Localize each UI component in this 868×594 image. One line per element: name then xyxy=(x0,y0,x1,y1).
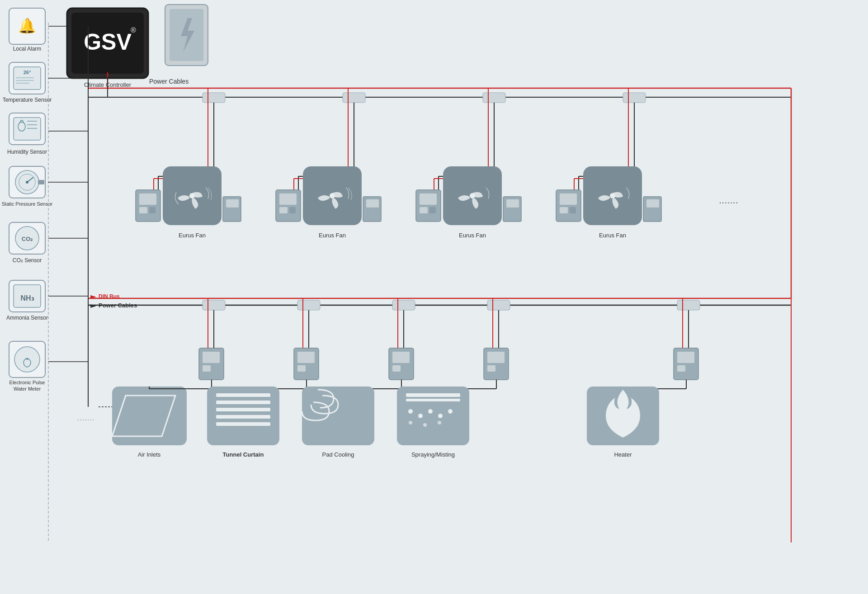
svg-text:🔔: 🔔 xyxy=(18,17,36,34)
svg-rect-137 xyxy=(216,422,270,426)
tunnel-curtain-label: Tunnel Curtain xyxy=(223,451,264,458)
svg-rect-106 xyxy=(203,300,225,310)
svg-point-164 xyxy=(423,423,427,427)
svg-rect-72 xyxy=(139,193,156,205)
svg-rect-135 xyxy=(216,408,270,411)
svg-rect-94 xyxy=(506,199,519,207)
fan-ellipsis: ....... xyxy=(719,194,738,206)
co2-label: CO₂ Sensor xyxy=(13,257,42,264)
humidity-label: Humidity Sensor xyxy=(7,149,47,155)
svg-rect-133 xyxy=(216,393,270,397)
sensor-local-alarm: 🔔 Local Alarm xyxy=(9,8,45,52)
svg-rect-88 xyxy=(420,193,437,205)
svg-rect-98 xyxy=(570,207,576,213)
fan4-label: Eurus Fan xyxy=(599,232,626,239)
svg-rect-86 xyxy=(366,199,379,207)
svg-text:CO₂: CO₂ xyxy=(22,236,33,242)
svg-rect-157 xyxy=(406,399,460,401)
svg-point-161 xyxy=(438,414,443,418)
air-inlets-label: Air Inlets xyxy=(138,451,161,458)
svg-rect-127 xyxy=(297,352,315,363)
svg-rect-89 xyxy=(420,207,428,213)
svg-rect-128 xyxy=(297,365,306,372)
svg-text:GSV: GSV xyxy=(84,29,132,55)
svg-rect-41 xyxy=(343,93,365,103)
svg-rect-42 xyxy=(483,93,505,103)
svg-rect-108 xyxy=(392,300,415,310)
fan2-label: Eurus Fan xyxy=(319,232,346,239)
svg-rect-43 xyxy=(623,93,646,103)
svg-rect-20 xyxy=(38,180,44,184)
svg-rect-109 xyxy=(487,300,510,310)
svg-rect-146 xyxy=(302,387,374,445)
svg-rect-82 xyxy=(289,207,296,213)
svg-rect-73 xyxy=(139,207,147,213)
temperature-label: Temperature Sensor xyxy=(3,97,52,103)
svg-rect-110 xyxy=(677,300,700,310)
water-meter-label1: Electronic Pulse xyxy=(9,380,45,385)
svg-rect-40 xyxy=(203,93,225,103)
svg-rect-0 xyxy=(0,0,868,594)
sensor-water-meter: Electronic Pulse Water Meter xyxy=(9,341,45,391)
svg-rect-90 xyxy=(429,207,436,213)
sensor-co2: CO₂ CO₂ Sensor xyxy=(9,222,45,264)
svg-rect-97 xyxy=(560,207,568,213)
fan3-label: Eurus Fan xyxy=(459,232,486,239)
svg-text:26°: 26° xyxy=(24,70,31,75)
svg-rect-102 xyxy=(646,199,659,207)
svg-rect-107 xyxy=(297,300,320,310)
svg-point-165 xyxy=(438,421,441,424)
svg-rect-170 xyxy=(677,365,685,372)
power-supply-unit xyxy=(165,5,208,66)
svg-rect-81 xyxy=(279,207,288,213)
svg-rect-74 xyxy=(149,207,156,213)
svg-rect-142 xyxy=(392,365,401,372)
svg-rect-78 xyxy=(226,199,239,207)
svg-rect-134 xyxy=(216,401,270,404)
water-meter-label2: Water Meter xyxy=(14,386,41,391)
local-alarm-label: Local Alarm xyxy=(13,46,42,52)
static-pressure-label: Static Pressure Sensor xyxy=(2,201,53,207)
sensor-humidity: Humidity Sensor xyxy=(7,113,47,155)
spraying-label: Spraying/Misting xyxy=(411,451,455,458)
svg-rect-116 xyxy=(203,365,211,372)
fan1-label: Eurus Fan xyxy=(179,232,206,239)
svg-rect-141 xyxy=(392,352,410,363)
svg-text:®: ® xyxy=(131,26,136,34)
svg-point-160 xyxy=(428,409,433,414)
svg-point-19 xyxy=(26,181,28,184)
svg-point-163 xyxy=(409,421,412,424)
heater-label: Heater xyxy=(614,451,632,458)
pad-cooling-label: Pad Cooling xyxy=(322,451,354,458)
svg-text:NH₃: NH₃ xyxy=(20,294,34,302)
svg-rect-150 xyxy=(487,352,505,363)
power-cables-label-top: Power Cables xyxy=(149,78,189,85)
sensor-ammonia: NH₃ Ammonia Sensor xyxy=(6,280,48,321)
output-ellipsis: ....... xyxy=(77,412,94,422)
svg-rect-151 xyxy=(487,365,495,372)
ammonia-label: Ammonia Sensor xyxy=(6,315,48,321)
svg-rect-136 xyxy=(216,415,270,419)
svg-point-159 xyxy=(418,414,423,418)
svg-rect-80 xyxy=(279,193,297,205)
sensor-temperature: 26° Temperature Sensor xyxy=(3,62,52,103)
svg-point-158 xyxy=(408,409,413,414)
svg-point-162 xyxy=(448,409,453,414)
svg-rect-96 xyxy=(560,193,577,205)
svg-rect-156 xyxy=(406,393,460,397)
svg-rect-115 xyxy=(203,352,220,363)
svg-rect-169 xyxy=(677,352,694,363)
